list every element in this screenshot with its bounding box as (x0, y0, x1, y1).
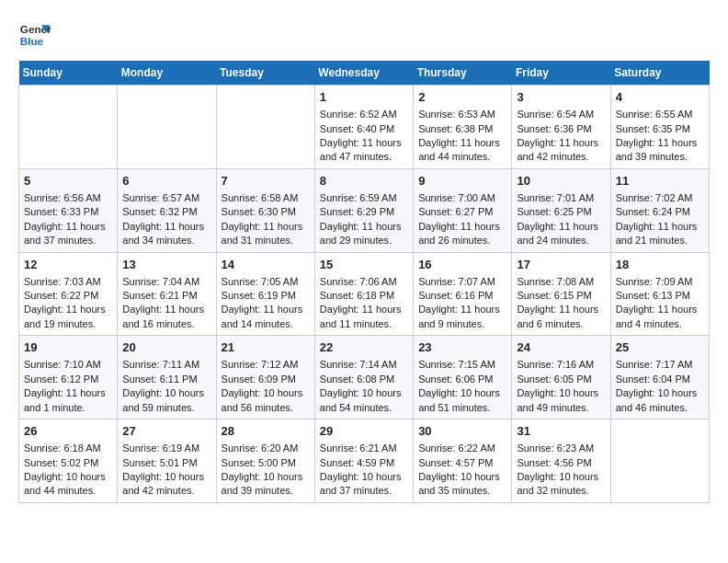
day-number: 8 (320, 173, 408, 190)
day-info: Sunrise: 6:57 AM (122, 191, 210, 205)
day-info: Sunset: 6:32 PM (122, 205, 210, 219)
day-info: Sunrise: 7:09 AM (616, 275, 704, 289)
day-info: Sunset: 6:35 PM (616, 122, 704, 136)
day-info: Sunset: 5:00 PM (222, 456, 310, 470)
calendar-cell: 18Sunrise: 7:09 AMSunset: 6:13 PMDayligh… (610, 252, 709, 336)
calendar-cell: 6Sunrise: 6:57 AMSunset: 6:32 PMDaylight… (118, 168, 216, 252)
day-info: Sunrise: 7:06 AM (320, 275, 408, 289)
calendar-cell: 29Sunrise: 6:21 AMSunset: 4:59 PMDayligh… (314, 419, 413, 503)
day-info: Sunset: 6:08 PM (320, 373, 408, 386)
day-info: Daylight: 10 hours and 59 minutes. (122, 386, 210, 415)
day-number: 16 (418, 257, 506, 273)
day-info: Sunrise: 6:55 AM (616, 108, 704, 121)
day-info: Sunset: 6:15 PM (517, 289, 605, 303)
day-info: Sunset: 6:27 PM (418, 205, 506, 219)
day-info: Daylight: 10 hours and 39 minutes. (222, 470, 310, 499)
day-info: Sunrise: 7:08 AM (517, 275, 605, 289)
calendar-cell: 10Sunrise: 7:01 AMSunset: 6:25 PMDayligh… (512, 168, 610, 252)
day-info: Sunrise: 7:17 AM (616, 358, 704, 372)
day-info: Daylight: 11 hours and 37 minutes. (24, 220, 112, 248)
day-info: Sunset: 6:38 PM (418, 122, 506, 136)
day-info: Daylight: 11 hours and 44 minutes. (418, 136, 506, 165)
day-info: Sunset: 6:09 PM (222, 373, 310, 386)
calendar-cell: 28Sunrise: 6:20 AMSunset: 5:00 PMDayligh… (216, 419, 314, 503)
day-info: Sunrise: 6:18 AM (24, 442, 112, 455)
calendar-cell (216, 86, 314, 169)
calendar-cell: 22Sunrise: 7:14 AMSunset: 6:08 PMDayligh… (314, 336, 413, 419)
day-info: Daylight: 10 hours and 49 minutes. (517, 386, 605, 415)
day-number: 6 (122, 173, 210, 190)
day-info: Sunset: 6:12 PM (24, 373, 112, 386)
day-info: Daylight: 10 hours and 35 minutes. (418, 470, 506, 499)
day-info: Daylight: 10 hours and 32 minutes. (517, 470, 605, 499)
weekday-header-sunday: Sunday (19, 61, 118, 86)
day-number: 3 (517, 89, 605, 106)
calendar-cell (118, 86, 216, 169)
calendar-cell: 26Sunrise: 6:18 AMSunset: 5:02 PMDayligh… (19, 419, 118, 503)
day-info: Daylight: 11 hours and 21 minutes. (616, 220, 704, 248)
day-number: 23 (418, 339, 506, 356)
day-info: Sunset: 4:56 PM (517, 456, 605, 470)
day-info: Sunset: 5:01 PM (122, 456, 210, 470)
calendar-cell: 15Sunrise: 7:06 AMSunset: 6:18 PMDayligh… (314, 252, 413, 336)
calendar-cell: 11Sunrise: 7:02 AMSunset: 6:24 PMDayligh… (610, 168, 709, 252)
day-info: Sunrise: 6:56 AM (24, 191, 112, 205)
day-info: Daylight: 11 hours and 39 minutes. (616, 136, 704, 165)
day-number: 26 (24, 423, 112, 440)
day-info: Sunrise: 7:12 AM (222, 358, 310, 372)
day-number: 18 (616, 257, 704, 273)
calendar-table: SundayMondayTuesdayWednesdayThursdayFrid… (18, 61, 710, 503)
day-info: Daylight: 11 hours and 1 minute. (24, 386, 112, 415)
day-info: Sunset: 6:29 PM (320, 205, 408, 219)
day-info: Sunset: 6:06 PM (418, 373, 506, 386)
day-info: Sunrise: 6:19 AM (122, 442, 210, 455)
day-info: Sunrise: 7:03 AM (24, 275, 112, 289)
day-info: Sunset: 6:30 PM (222, 205, 310, 219)
calendar-cell: 17Sunrise: 7:08 AMSunset: 6:15 PMDayligh… (512, 252, 610, 336)
day-info: Daylight: 11 hours and 26 minutes. (418, 220, 506, 248)
day-info: Sunset: 6:13 PM (616, 289, 704, 303)
day-info: Sunrise: 7:14 AM (320, 358, 408, 372)
day-info: Sunrise: 7:10 AM (24, 358, 112, 372)
calendar-cell: 1Sunrise: 6:52 AMSunset: 6:40 PMDaylight… (314, 86, 413, 169)
day-info: Sunset: 5:02 PM (24, 456, 112, 470)
calendar-cell: 8Sunrise: 6:59 AMSunset: 6:29 PMDaylight… (314, 168, 413, 252)
calendar-week-1: 1Sunrise: 6:52 AMSunset: 6:40 PMDaylight… (19, 86, 710, 169)
day-number: 1 (320, 89, 408, 106)
day-info: Daylight: 11 hours and 6 minutes. (517, 303, 605, 331)
day-number: 5 (24, 173, 112, 190)
day-number: 30 (418, 423, 506, 440)
day-info: Sunrise: 6:58 AM (222, 191, 310, 205)
weekday-header-saturday: Saturday (610, 61, 709, 86)
calendar-cell: 21Sunrise: 7:12 AMSunset: 6:09 PMDayligh… (216, 336, 314, 419)
calendar-week-4: 19Sunrise: 7:10 AMSunset: 6:12 PMDayligh… (19, 336, 710, 419)
calendar-cell: 27Sunrise: 6:19 AMSunset: 5:01 PMDayligh… (118, 419, 216, 503)
day-info: Daylight: 11 hours and 31 minutes. (222, 220, 310, 248)
day-info: Daylight: 11 hours and 11 minutes. (320, 303, 408, 331)
calendar-cell (19, 86, 118, 169)
day-info: Daylight: 11 hours and 16 minutes. (122, 303, 210, 331)
day-number: 20 (122, 339, 210, 356)
calendar-cell (610, 419, 709, 503)
day-info: Sunrise: 6:54 AM (517, 108, 605, 121)
day-number: 9 (418, 173, 506, 190)
day-info: Sunset: 6:11 PM (122, 373, 210, 386)
day-info: Sunrise: 7:15 AM (418, 358, 506, 372)
day-info: Sunset: 6:22 PM (24, 289, 112, 303)
calendar-cell: 14Sunrise: 7:05 AMSunset: 6:19 PMDayligh… (216, 252, 314, 336)
day-info: Sunrise: 7:04 AM (122, 275, 210, 289)
day-info: Sunrise: 6:20 AM (222, 442, 310, 455)
weekday-header-tuesday: Tuesday (216, 61, 314, 86)
calendar-body: 1Sunrise: 6:52 AMSunset: 6:40 PMDaylight… (19, 86, 710, 503)
day-info: Sunrise: 6:22 AM (418, 442, 506, 455)
day-number: 24 (517, 339, 605, 356)
day-info: Daylight: 10 hours and 37 minutes. (320, 470, 408, 499)
calendar-cell: 12Sunrise: 7:03 AMSunset: 6:22 PMDayligh… (19, 252, 118, 336)
calendar-cell: 5Sunrise: 6:56 AMSunset: 6:33 PMDaylight… (19, 168, 118, 252)
calendar-cell: 13Sunrise: 7:04 AMSunset: 6:21 PMDayligh… (118, 252, 216, 336)
day-info: Sunrise: 7:05 AM (222, 275, 310, 289)
day-info: Sunset: 6:19 PM (222, 289, 310, 303)
calendar-cell: 24Sunrise: 7:16 AMSunset: 6:05 PMDayligh… (512, 336, 610, 419)
day-info: Daylight: 10 hours and 51 minutes. (418, 386, 506, 415)
day-number: 25 (616, 339, 704, 356)
